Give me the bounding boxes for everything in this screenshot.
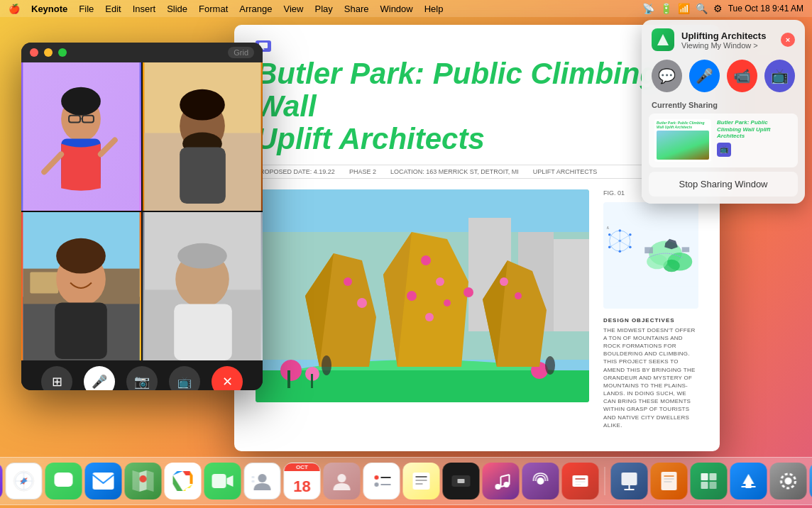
window-menu[interactable]: Window xyxy=(380,4,412,14)
svg-point-22 xyxy=(56,238,106,274)
dock-reminders[interactable] xyxy=(363,463,400,499)
dock-contacts[interactable] xyxy=(244,463,281,499)
share-menu[interactable]: Share xyxy=(344,4,369,14)
help-menu[interactable]: Help xyxy=(424,4,444,14)
wifi-icon: 📶 xyxy=(678,3,690,14)
side-diagram: A xyxy=(603,202,698,309)
dock-music[interactable] xyxy=(483,463,520,499)
dock-podcasts[interactable] xyxy=(522,463,559,499)
arrange-menu[interactable]: Arrange xyxy=(239,4,272,14)
camera-button[interactable]: 📹 xyxy=(727,60,757,92)
minimize-button[interactable] xyxy=(44,48,53,57)
dock-launchpad[interactable] xyxy=(0,463,3,499)
search-icon[interactable]: 🔍 xyxy=(696,3,708,14)
svg-point-13 xyxy=(180,89,225,121)
microphone-button[interactable]: 🎤 xyxy=(689,60,720,92)
edit-menu[interactable]: Edit xyxy=(105,4,121,14)
app-name-menu[interactable]: Keynote xyxy=(31,4,67,14)
svg-rect-79 xyxy=(644,247,653,253)
svg-point-38 xyxy=(280,360,302,381)
message-button[interactable]: 💬 xyxy=(652,60,682,92)
slide-body: FIG. 01 xyxy=(256,189,698,429)
svg-rect-15 xyxy=(180,147,226,204)
dock-numbers[interactable] xyxy=(691,463,728,499)
end-call-button[interactable]: ✕ xyxy=(212,366,243,390)
dock-pages[interactable] xyxy=(651,463,688,499)
participant-4 xyxy=(143,212,263,360)
grid-label[interactable]: Grid xyxy=(228,47,254,58)
dock-keynote[interactable] xyxy=(611,463,648,499)
svg-rect-35 xyxy=(554,239,589,331)
dock-appstore[interactable] xyxy=(730,463,767,499)
dock-messages[interactable] xyxy=(45,463,82,499)
dock-safari[interactable] xyxy=(6,463,43,499)
notification-controls: 💬 🎤 📹 📺 xyxy=(642,57,805,101)
sharing-preview-content: Butler Park: Public Climbing Wall Uplift… xyxy=(654,119,792,162)
dock-photos[interactable] xyxy=(165,463,202,499)
sharing-indicator-icon: 📺 xyxy=(717,143,731,157)
menubar-right: 📡 🔋 📶 🔍 ⚙ Tue Oct 18 9:41 AM xyxy=(642,3,803,14)
insert-menu[interactable]: Insert xyxy=(133,4,156,14)
format-menu[interactable]: Format xyxy=(199,4,228,14)
svg-rect-101 xyxy=(55,473,73,487)
view-menu[interactable]: View xyxy=(284,4,304,14)
dock-contacts2[interactable] xyxy=(324,463,361,499)
svg-marker-109 xyxy=(227,475,234,487)
screen-share-button[interactable]: 📺 xyxy=(764,60,795,92)
svg-point-57 xyxy=(344,277,352,286)
menubar: 🍎 Keynote File Edit Insert Slide Format … xyxy=(0,0,812,17)
dock-maps[interactable] xyxy=(125,463,162,499)
close-button[interactable] xyxy=(30,48,38,57)
svg-point-73 xyxy=(619,250,621,252)
svg-marker-82 xyxy=(657,34,669,45)
dock-facetime[interactable] xyxy=(204,463,241,499)
svg-rect-135 xyxy=(622,473,637,485)
slide-side: FIG. 01 xyxy=(603,189,698,429)
dock: OCT 18 xyxy=(0,457,812,505)
screen-share-icon: 📡 xyxy=(642,3,654,14)
sharing-preview: Butler Park: Public Climbing Wall Uplift… xyxy=(649,114,798,167)
calendar-month: OCT xyxy=(285,463,320,471)
svg-point-53 xyxy=(425,313,434,321)
svg-rect-108 xyxy=(212,474,226,488)
dock-calendar[interactable]: OCT 18 xyxy=(284,463,321,499)
svg-point-71 xyxy=(629,233,631,236)
svg-point-58 xyxy=(357,298,367,308)
svg-rect-144 xyxy=(701,482,708,489)
dock-mail[interactable] xyxy=(85,463,122,499)
dock-notes[interactable] xyxy=(403,463,440,499)
notification-subtitle[interactable]: Viewing My Window > xyxy=(681,41,774,50)
svg-rect-41 xyxy=(287,370,290,388)
mute-button[interactable]: 🎤 xyxy=(84,366,115,390)
grid-view-button[interactable]: ⊞ xyxy=(41,366,72,390)
facetime-titlebar: Grid xyxy=(21,43,263,62)
file-menu[interactable]: File xyxy=(79,4,94,14)
svg-point-55 xyxy=(500,277,508,286)
slide-menu[interactable]: Slide xyxy=(167,4,187,14)
svg-point-61 xyxy=(322,355,331,375)
share-screen-button[interactable]: 📺 xyxy=(169,366,200,390)
dock-appletv[interactable] xyxy=(443,463,480,499)
notification-panel: Uplifting Architects Viewing My Window >… xyxy=(642,20,805,204)
control-center-icon[interactable]: ⚙ xyxy=(713,3,723,14)
svg-rect-111 xyxy=(252,476,255,478)
svg-point-69 xyxy=(629,245,631,248)
svg-point-60 xyxy=(545,356,555,375)
preview-slide-title: Butler Park: Public Climbing Wall Uplift… xyxy=(717,119,792,140)
notification-close-button[interactable]: × xyxy=(781,33,795,47)
svg-rect-112 xyxy=(252,480,255,482)
dock-accounts[interactable] xyxy=(810,463,813,499)
facetime-window: Grid xyxy=(21,43,263,390)
svg-point-130 xyxy=(537,477,544,485)
stop-sharing-button[interactable]: Stop Sharing Window xyxy=(649,172,798,197)
camera-button[interactable]: 📷 xyxy=(126,366,158,390)
battery-icon: 🔋 xyxy=(660,3,672,14)
fullscreen-button[interactable] xyxy=(58,48,67,57)
currently-sharing-label: Currently Sharing xyxy=(642,101,805,114)
apple-menu[interactable]: 🍎 xyxy=(9,4,20,14)
svg-rect-118 xyxy=(413,473,430,490)
dock-settings[interactable] xyxy=(770,463,807,499)
calendar-date: 18 xyxy=(293,477,310,496)
dock-news[interactable] xyxy=(562,463,599,499)
play-menu[interactable]: Play xyxy=(314,4,332,14)
